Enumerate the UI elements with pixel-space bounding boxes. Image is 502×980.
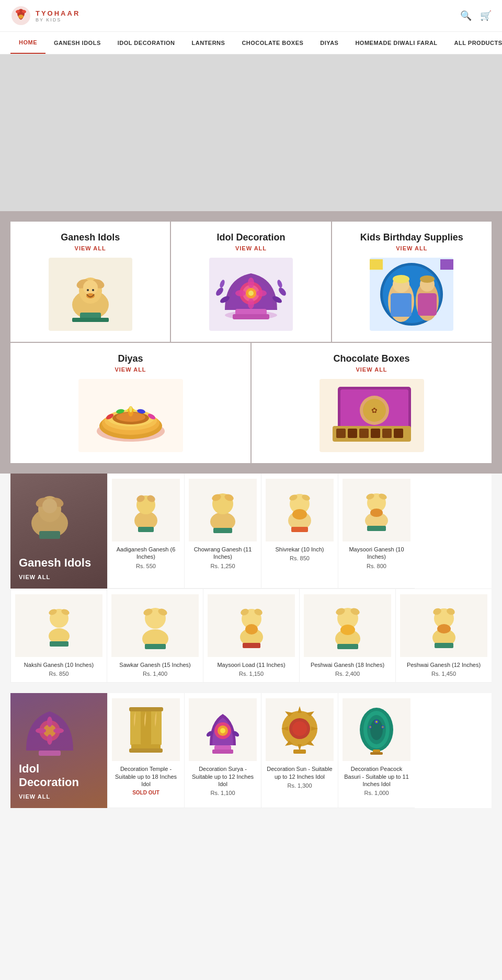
svg-rect-76 xyxy=(39,531,60,539)
product-price-peshwai-18: Rs. 2,400 xyxy=(304,671,391,677)
ganesh-section-hero[interactable]: Ganesh Idols VIEW ALL xyxy=(10,474,107,589)
svg-point-75 xyxy=(42,499,57,513)
svg-point-9 xyxy=(83,280,98,295)
svg-rect-65 xyxy=(336,429,346,438)
svg-point-19 xyxy=(214,286,224,297)
product-card-deco-sun[interactable]: Decoration Sun - Suitable up to 12 Inche… xyxy=(261,693,338,808)
product-price-maysoori-load: Rs. 1,150 xyxy=(208,671,295,677)
category-card-ganesh-idols[interactable]: Ganesh Idols VIEW ALL xyxy=(10,222,170,342)
nav-all-products[interactable]: ALL PRODUCTS xyxy=(446,32,502,53)
product-price-sawkar: Rs. 1,400 xyxy=(111,671,199,677)
svg-rect-12 xyxy=(72,318,109,322)
nav-chocolate-boxes[interactable]: CHOCOLATE BOXES xyxy=(233,32,312,53)
product-price-shivrekar: Rs. 850 xyxy=(266,555,334,561)
category-kids-title: Kids Birthday Supplies xyxy=(360,232,463,243)
category-idol-title: Idol Decoration xyxy=(216,232,285,243)
svg-point-130 xyxy=(47,734,52,745)
product-card-nakshi[interactable]: Nakshi Ganesh (10 Inches) Rs. 850 xyxy=(10,589,107,683)
product-img-nakshi xyxy=(15,594,102,657)
svg-point-13 xyxy=(87,289,89,291)
svg-rect-81 xyxy=(138,527,154,532)
svg-rect-32 xyxy=(233,314,269,319)
product-card-shivrekar[interactable]: Shivrekar (10 Inch) Rs. 850 xyxy=(261,474,338,589)
svg-rect-44 xyxy=(440,259,453,270)
svg-point-166 xyxy=(370,727,371,728)
product-card-peshwai-12[interactable]: Peshwai Ganesh (12 Inches) Rs. 1,450 xyxy=(395,589,492,683)
svg-rect-92 xyxy=(291,527,308,532)
category-card-diyas[interactable]: Diyas VIEW ALL xyxy=(10,343,250,463)
idol-section-hero[interactable]: Idol Decoration VIEW ALL xyxy=(10,693,107,808)
product-name-peshwai-12: Peshwai Ganesh (12 Inches) xyxy=(400,661,487,668)
product-img-aadiganesh xyxy=(112,479,180,541)
nav-idol-decoration[interactable]: IDOL DECORATION xyxy=(109,32,184,53)
product-card-sawkar[interactable]: Sawkar Ganesh (15 Inches) Rs. 1,400 xyxy=(107,589,203,683)
product-img-deco-peacock xyxy=(343,698,410,761)
nav-diyas[interactable]: DIYAS xyxy=(312,32,347,53)
svg-point-91 xyxy=(292,509,307,520)
nav-home[interactable]: HOME xyxy=(10,32,45,54)
svg-rect-114 xyxy=(243,643,260,648)
product-sold-out-deco-temple: SOLD OUT xyxy=(112,790,180,795)
product-img-chowrang xyxy=(189,479,257,541)
svg-rect-40 xyxy=(418,293,437,316)
ganesh-hero-viewall[interactable]: VIEW ALL xyxy=(19,574,99,580)
svg-rect-68 xyxy=(371,429,380,438)
product-card-maysoori[interactable]: Maysoori Ganesh (10 Inches) Rs. 800 xyxy=(338,474,415,589)
product-price-chowrang: Rs. 1,250 xyxy=(189,563,257,569)
svg-point-113 xyxy=(245,624,258,635)
category-card-chocolate-boxes[interactable]: Chocolate Boxes VIEW ALL ✿ xyxy=(252,343,492,463)
category-card-idol-decoration[interactable]: Idol Decoration VIEW ALL xyxy=(171,222,330,342)
category-ganesh-viewall[interactable]: VIEW ALL xyxy=(75,245,106,251)
product-price-deco-peacock: Rs. 1,000 xyxy=(343,790,410,796)
product-card-deco-temple[interactable]: Decoration Temple - Suitable up to 18 In… xyxy=(107,693,184,808)
category-section: Ganesh Idols VIEW ALL xyxy=(0,211,502,474)
idol-hero-viewall[interactable]: VIEW ALL xyxy=(19,793,99,800)
category-diyas-viewall[interactable]: VIEW ALL xyxy=(115,366,146,373)
category-kids-viewall[interactable]: VIEW ALL xyxy=(396,245,427,251)
svg-point-29 xyxy=(235,290,246,296)
logo-area[interactable]: TYOHAAR BY KIDS xyxy=(10,5,80,26)
svg-point-168 xyxy=(382,727,384,728)
svg-point-164 xyxy=(375,721,378,723)
svg-point-26 xyxy=(248,291,254,296)
product-card-chowrang[interactable]: Chowrang Ganesh (11 Inches) Rs. 1,250 xyxy=(184,474,261,589)
product-price-deco-sun: Rs. 1,300 xyxy=(266,782,334,789)
product-img-sawkar xyxy=(111,594,199,657)
svg-point-120 xyxy=(340,625,355,635)
ganesh-product-grid: Ganesh Idols VIEW ALL Aadiganesh Ganesh … xyxy=(10,474,492,589)
ganesh-hero-label: Ganesh Idols xyxy=(19,556,99,570)
svg-rect-139 xyxy=(129,748,163,753)
nav-lanterns[interactable]: LANTERNS xyxy=(184,32,234,53)
nav-ganesh-idols[interactable]: GANESH IDOLS xyxy=(45,32,109,53)
product-img-deco-surya xyxy=(189,698,257,761)
svg-point-27 xyxy=(248,278,254,288)
svg-rect-158 xyxy=(293,750,306,754)
product-price-deco-surya: Rs. 1,100 xyxy=(189,790,257,796)
svg-point-42 xyxy=(420,275,435,283)
category-choco-viewall[interactable]: VIEW ALL xyxy=(356,366,387,373)
svg-rect-70 xyxy=(394,429,403,438)
svg-point-20 xyxy=(277,286,287,297)
product-card-deco-peacock[interactable]: Decoration Peacock Basuri - Suitable up … xyxy=(338,693,415,808)
svg-point-4 xyxy=(18,15,24,19)
nav-homemade-diwali[interactable]: HOMEMADE DIWALI FARAL xyxy=(347,32,446,53)
category-kids-img xyxy=(370,258,453,331)
product-card-peshwai-18[interactable]: Peshwai Ganesh (18 Inches) Rs. 2,400 xyxy=(299,589,395,683)
product-img-deco-temple xyxy=(112,698,180,761)
svg-point-98 xyxy=(370,509,383,517)
svg-point-58 xyxy=(129,406,132,412)
product-img-maysoori xyxy=(343,479,410,541)
product-card-maysoori-load[interactable]: Maysoori Load (11 Inches) Rs. 1,150 xyxy=(203,589,299,683)
category-card-kids-birthday[interactable]: Kids Birthday Supplies VIEW ALL xyxy=(332,222,492,342)
product-card-deco-surya[interactable]: Decoration Surya - Suitable up to 12 Inc… xyxy=(184,693,261,808)
svg-point-41 xyxy=(393,275,409,283)
category-idol-viewall[interactable]: VIEW ALL xyxy=(235,245,267,251)
svg-point-126 xyxy=(437,624,451,633)
product-img-deco-sun xyxy=(266,698,334,761)
category-diyas-title: Diyas xyxy=(118,353,143,364)
product-name-sawkar: Sawkar Ganesh (15 Inches) xyxy=(111,661,199,668)
product-name-deco-temple: Decoration Temple - Suitable up to 18 In… xyxy=(112,765,180,788)
product-card-aadiganesh[interactable]: Aadiganesh Ganesh (6 Inches) Rs. 550 xyxy=(107,474,184,589)
cart-icon[interactable]: 🛒 xyxy=(480,10,492,21)
search-icon[interactable]: 🔍 xyxy=(460,10,472,21)
